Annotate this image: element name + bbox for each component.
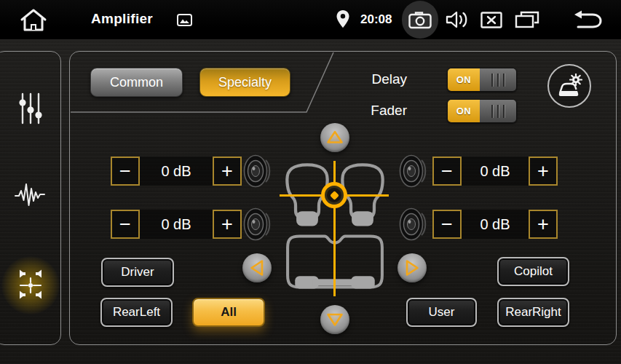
zone-button-all[interactable]: All [192, 298, 265, 327]
back-icon[interactable] [572, 10, 603, 30]
status-bar: Amplifier 20:08 [0, 0, 621, 39]
gain-control-front-right: 0 dB [432, 157, 558, 186]
home-icon[interactable] [20, 8, 47, 33]
speaker-icon [243, 154, 272, 189]
tab-common[interactable]: Common [90, 68, 183, 97]
minus-icon [441, 215, 453, 234]
head-unit-screen: Amplifier 20:08 [0, 0, 621, 364]
zone-button-rear-left[interactable]: RearLeft [100, 298, 173, 327]
plus-icon [537, 215, 549, 234]
gain-value-rear-right: 0 dB [462, 210, 529, 239]
up-arrow-button[interactable] [320, 123, 349, 152]
down-arrow-icon [320, 305, 349, 334]
minus-icon [119, 215, 131, 234]
delay-label: Delay [312, 71, 407, 87]
gain-control-rear-right: 0 dB [432, 210, 558, 239]
delay-toggle[interactable]: ON [447, 68, 517, 92]
toggle-on-state: ON [448, 68, 480, 91]
minus-icon [441, 162, 453, 181]
plus-icon [221, 162, 233, 181]
waveform-icon[interactable] [15, 180, 45, 209]
plus-icon [221, 215, 233, 234]
fader-balance-icon[interactable] [13, 268, 48, 303]
zone-button-driver[interactable]: Driver [101, 258, 174, 287]
zone-button-rear-right[interactable]: RearRight [497, 298, 569, 327]
speaker-icon [243, 207, 272, 242]
speaker-icon [399, 154, 428, 189]
photo-icon[interactable] [177, 14, 192, 26]
left-arrow-icon [242, 253, 272, 282]
fader-label: Fader [312, 103, 407, 119]
equalizer-icon[interactable] [17, 92, 44, 125]
rear-bench-seat [283, 232, 387, 293]
volume-icon[interactable] [446, 9, 470, 30]
close-window-icon[interactable] [480, 12, 502, 28]
speaker-icon [399, 207, 428, 242]
increase-gain-button[interactable] [529, 210, 558, 239]
clock: 20:08 [360, 12, 392, 27]
decrease-gain-button[interactable] [111, 210, 140, 239]
location-pin-icon [336, 9, 350, 29]
recent-apps-icon[interactable] [514, 10, 540, 29]
gain-value-rear-left: 0 dB [140, 210, 213, 239]
increase-gain-button[interactable] [213, 157, 242, 186]
page-title: Amplifier [91, 11, 153, 27]
content-area: Common Specialty Delay ON Fader ON [0, 39, 621, 364]
toggle-on-state: ON [448, 100, 480, 122]
balance-target[interactable] [321, 182, 347, 208]
toggle-handle [480, 68, 516, 91]
right-arrow-icon [397, 253, 427, 282]
left-arrow-button[interactable] [242, 253, 272, 282]
gain-value-front-right: 0 dB [462, 157, 529, 186]
plus-icon [537, 162, 549, 181]
zone-button-copilot[interactable]: Copilot [497, 257, 569, 286]
right-arrow-button[interactable] [397, 253, 427, 282]
increase-gain-button[interactable] [213, 210, 242, 239]
gain-value-front-left: 0 dB [140, 157, 213, 186]
minus-icon [119, 162, 131, 181]
sidebar [0, 51, 61, 345]
toggle-handle [480, 100, 516, 122]
amplifier-panel: Common Specialty Delay ON Fader ON [69, 51, 617, 345]
gain-control-front-left: 0 dB [111, 157, 242, 186]
decrease-gain-button[interactable] [111, 157, 140, 186]
down-arrow-button[interactable] [320, 305, 349, 334]
increase-gain-button[interactable] [529, 157, 558, 186]
up-arrow-icon [320, 123, 349, 152]
zone-button-user[interactable]: User [406, 298, 477, 327]
car-settings-button[interactable] [547, 64, 591, 108]
car-settings-icon [556, 74, 582, 98]
decrease-gain-button[interactable] [432, 210, 462, 239]
tab-specialty[interactable]: Specialty [199, 68, 290, 97]
camera-icon[interactable] [408, 11, 432, 29]
gain-control-rear-left: 0 dB [111, 210, 242, 239]
decrease-gain-button[interactable] [432, 157, 462, 186]
fader-toggle[interactable]: ON [447, 99, 517, 123]
